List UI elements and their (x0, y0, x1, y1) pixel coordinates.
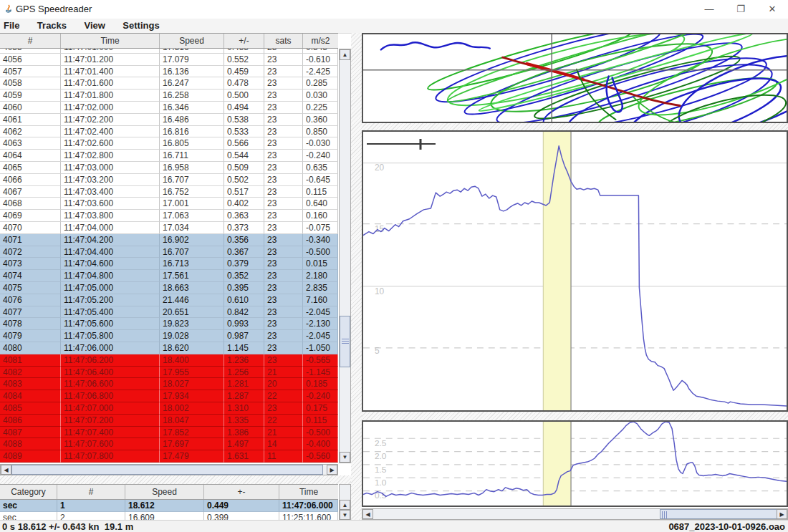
table-row[interactable]: 406911:47:03.80017.0630.363230.160 (0, 210, 339, 222)
table-cell: 0.509 (224, 162, 264, 174)
map-chart-divider[interactable] (362, 123, 788, 130)
table-cell: 4082 (0, 367, 61, 379)
table-vertical-scrollbar[interactable]: ▲ ▼ (339, 49, 351, 463)
scroll-up-arrow[interactable]: ▲ (340, 49, 350, 60)
table-row[interactable]: 408311:47:06.60018.0271.281200.185 (0, 378, 339, 390)
table-row[interactable]: 408011:47:06.00018.6201.14523-1.050 (0, 342, 339, 354)
scroll-down-arrow[interactable]: ▼ (340, 452, 350, 463)
table-cell: 0.015 (303, 258, 338, 270)
error-chart-canvas[interactable]: 2.52.01.51.00.5 (363, 422, 787, 506)
table-row[interactable]: 408611:47:07.20018.0471.335220.115 (0, 415, 339, 427)
summary-header-index[interactable]: # (57, 485, 125, 499)
table-row[interactable]: 407611:47:05.20021.4460.610237.160 (0, 294, 339, 306)
table-row[interactable]: 408211:47:06.40017.9551.25621-1.145 (0, 367, 339, 379)
summary-header-category[interactable]: Category (0, 485, 57, 499)
table-row[interactable]: 408811:47:07.60017.6971.49714-0.400 (0, 438, 339, 450)
table-hscroll-thumb[interactable] (11, 465, 323, 475)
speed-chart-canvas[interactable]: 2015105 (363, 132, 787, 410)
table-row[interactable]: 408711:47:07.40017.8521.38621-0.500 (0, 427, 339, 439)
scroll-left-arrow[interactable]: ◀ (1, 465, 11, 475)
column-header-speed[interactable]: Speed (160, 34, 224, 48)
table-cell: -1.145 (303, 367, 338, 379)
table-row[interactable]: 407811:47:05.60019.8230.99323-2.130 (0, 318, 339, 330)
table-cell: 20 (264, 378, 303, 390)
chart-zoom-slider[interactable] (366, 138, 441, 154)
table-row[interactable]: 406811:47:03.60017.0010.402230.640 (0, 198, 339, 210)
table-row[interactable]: 406011:47:02.00016.3460.494230.225 (0, 102, 339, 114)
table-row[interactable]: 407211:47:04.40016.7070.36723-0.500 (0, 246, 339, 258)
table-cell: 23 (264, 54, 303, 66)
table-row[interactable]: 406711:47:03.40016.7520.517230.115 (0, 186, 339, 198)
summary-row[interactable]: sec118.6120.44911:47:06.000 (0, 500, 339, 512)
table-row[interactable]: 406511:47:03.00016.9580.509230.635 (0, 162, 339, 174)
table-row[interactable]: 407411:47:04.80017.5610.352232.180 (0, 270, 339, 282)
track-map-panel[interactable] (362, 33, 788, 123)
column-header-time[interactable]: Time (61, 34, 160, 48)
table-cell: 0.538 (224, 114, 264, 126)
table-row[interactable]: 406111:47:02.20016.4860.538230.360 (0, 114, 339, 126)
menu-settings[interactable]: Settings (115, 19, 166, 31)
table-row[interactable]: 408411:47:06.80017.9341.28722-0.240 (0, 390, 339, 402)
summary-row[interactable]: sec216.6090.39911:25:11.600 (0, 512, 339, 520)
table-row[interactable]: 405911:47:01.80016.2580.500230.030 (0, 90, 339, 102)
table-row[interactable]: 405711:47:01.40016.1360.45923-2.425 (0, 66, 339, 78)
column-header-index[interactable]: # (0, 34, 61, 48)
chart-horizontal-scrollbar[interactable]: ◀ ▶ (362, 508, 788, 520)
table-row[interactable]: 405811:47:01.60016.2470.478230.285 (0, 77, 339, 90)
column-header-sats[interactable]: sats (264, 34, 303, 48)
menu-file[interactable]: File (0, 19, 27, 31)
chart-scroll-right-arrow[interactable]: ▶ (777, 509, 787, 519)
table-row[interactable]: 408911:47:07.80017.4791.63111-0.560 (0, 450, 339, 463)
table-row[interactable]: 406411:47:02.80016.7110.54423-0.240 (0, 150, 339, 162)
close-button[interactable]: ✕ (758, 1, 787, 18)
minimize-button[interactable]: — (695, 1, 724, 18)
table-cell: 4068 (0, 198, 61, 210)
chart-hscroll-thumb[interactable] (660, 509, 779, 519)
table-row[interactable]: 407111:47:04.20016.9020.35623-0.340 (0, 234, 339, 246)
menu-view[interactable]: View (77, 19, 112, 31)
table-row[interactable]: 405511:47:01.00017.3160.453230.545 (0, 49, 339, 54)
summary-header-time[interactable]: Time (279, 485, 338, 499)
table-row[interactable]: 406211:47:02.40016.8160.533230.850 (0, 126, 339, 138)
speed-chart-panel[interactable]: 2015105 (362, 130, 788, 412)
table-cell: -0.500 (303, 246, 338, 258)
summary-table-body: sec118.6120.44911:47:06.000sec216.6090.3… (0, 500, 339, 520)
table-row[interactable]: 406311:47:02.60016.8050.56623-0.030 (0, 137, 339, 150)
chart-scroll-left-arrow[interactable]: ◀ (362, 509, 373, 519)
error-chart-panel[interactable]: 2.52.01.51.00.5 (362, 420, 788, 507)
table-row[interactable]: 407011:47:04.00017.0340.37323-0.075 (0, 222, 339, 234)
menu-tracks[interactable]: Tracks (30, 19, 74, 31)
table-cell: 17.697 (160, 438, 224, 450)
table-row[interactable]: 407311:47:04.60016.7130.379230.015 (0, 258, 339, 270)
table-cell: -2.045 (303, 330, 338, 342)
table-cell: -1.050 (303, 342, 338, 354)
table-row[interactable]: 406611:47:03.20016.7070.50223-0.645 (0, 174, 339, 186)
table-cell: 4069 (0, 210, 61, 222)
maximize-button[interactable]: ❐ (726, 1, 755, 18)
table-vscroll-thumb[interactable] (340, 316, 350, 367)
summary-vertical-scrollbar[interactable]: ▲ ▼ (339, 484, 351, 520)
table-cell: -0.610 (303, 54, 338, 66)
table-row[interactable]: 405611:47:01.20017.0790.55223-0.610 (0, 54, 339, 66)
summary-scroll-down-arrow[interactable]: ▼ (340, 510, 350, 520)
table-row[interactable]: 407511:47:05.00018.6630.395232.835 (0, 282, 339, 294)
table-cell: -0.240 (303, 390, 338, 402)
track-map-canvas[interactable] (363, 34, 787, 122)
column-header-ms2[interactable]: m/s2 (303, 34, 338, 48)
column-header-error[interactable]: +/- (224, 34, 264, 48)
table-horizontal-scrollbar[interactable]: ◀ ▶ (0, 464, 338, 475)
table-row[interactable]: 407711:47:05.40020.6510.84223-2.045 (0, 306, 339, 319)
scroll-right-arrow[interactable]: ▶ (327, 465, 337, 475)
summary-header-error[interactable]: +- (204, 485, 279, 499)
table-row[interactable]: 408111:47:06.20018.4001.23623-0.565 (0, 354, 339, 367)
main-split-divider[interactable] (351, 33, 362, 520)
bottom-split-divider[interactable] (0, 475, 351, 484)
summary-header-speed[interactable]: Speed (125, 485, 204, 499)
table-cell: 11:47:03.600 (61, 198, 160, 210)
table-row[interactable]: 408511:47:07.00018.0021.310230.175 (0, 402, 339, 415)
table-cell: 23 (264, 126, 303, 138)
table-row[interactable]: 407911:47:05.80019.0280.98723-2.045 (0, 330, 339, 342)
summary-scroll-up-arrow[interactable]: ▲ (340, 500, 350, 510)
chart-chart-divider[interactable] (362, 412, 788, 420)
table-cell: 18.663 (160, 282, 224, 294)
